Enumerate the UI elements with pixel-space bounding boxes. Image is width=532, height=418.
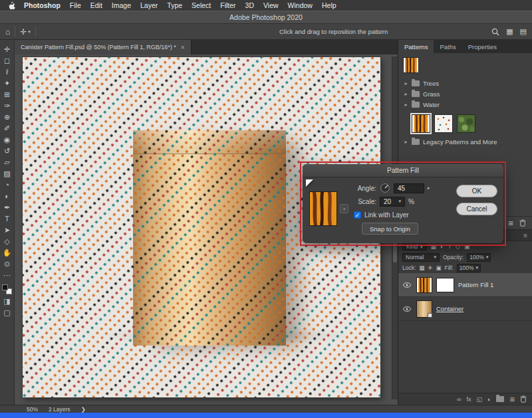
dodge-tool[interactable]: ◐ — [1, 191, 14, 202]
pattern-picker-button[interactable]: › — [340, 204, 348, 213]
quick-mask-button[interactable]: ◨ — [1, 296, 14, 307]
new-group-icon[interactable] — [496, 396, 504, 402]
quick-select-tool[interactable]: ✦ — [1, 78, 14, 89]
lasso-tool[interactable]: ℓ — [1, 66, 14, 78]
pen-tool[interactable]: ✒ — [1, 202, 14, 213]
menu-photoshop[interactable]: Photoshop — [19, 0, 65, 11]
menu-layer[interactable]: Layer — [136, 0, 162, 11]
menu-filter[interactable]: Filter — [215, 0, 240, 11]
menu-image[interactable]: Image — [107, 0, 136, 11]
filter-type-icon[interactable]: T — [448, 243, 452, 250]
pattern-group-trees[interactable]: ▸ Trees — [398, 78, 532, 88]
move-tool-preset[interactable]: ✛ ▾ — [20, 27, 31, 37]
tab-properties[interactable]: Properties — [462, 40, 503, 53]
layer-mask-thumbnail[interactable] — [436, 278, 454, 292]
path-select-tool[interactable]: ➤ — [1, 225, 14, 236]
move-tool[interactable]: ✛ — [1, 44, 14, 55]
snap-to-origin-button[interactable]: Snap to Origin — [362, 223, 418, 235]
menu-view[interactable]: View — [259, 0, 283, 11]
blend-mode-select[interactable]: Normal ▾ — [402, 253, 440, 262]
chevron-right-icon[interactable]: ▸ — [404, 102, 408, 108]
eraser-tool[interactable]: ▱ — [1, 157, 14, 168]
lock-all-icon[interactable]: ▣ — [436, 264, 441, 271]
edit-toolbar-icon[interactable]: ⋯ — [1, 270, 14, 281]
menu-type[interactable]: Type — [162, 0, 187, 11]
blur-tool[interactable]: ◔ — [1, 179, 14, 191]
layer-style-fx-icon[interactable]: fx — [466, 396, 471, 403]
new-layer-icon[interactable]: ⊞ — [509, 396, 515, 403]
filter-smart-object-icon[interactable]: ▣ — [464, 243, 470, 250]
hand-tool[interactable]: ✋ — [1, 247, 14, 259]
screen-mode-button[interactable]: ▢ — [1, 307, 14, 318]
adjustment-layer-icon[interactable]: ◐ — [487, 396, 491, 403]
tab-close-icon[interactable]: × — [181, 44, 185, 51]
type-tool[interactable]: T — [1, 213, 14, 225]
pattern-fill-layer-thumbnail[interactable] — [416, 277, 432, 293]
menu-3d[interactable]: 3D — [241, 0, 259, 11]
angle-dial[interactable] — [380, 183, 390, 193]
dialog-pattern-thumbnail[interactable] — [309, 191, 337, 226]
menu-select[interactable]: Select — [187, 0, 215, 11]
angle-input[interactable]: 45 — [394, 183, 424, 193]
link-layers-icon[interactable]: ∞ — [457, 396, 461, 403]
menu-help[interactable]: Help — [317, 0, 341, 11]
trash-icon[interactable] — [520, 395, 527, 403]
tab-patterns[interactable]: Patterns — [398, 40, 434, 53]
filter-shape-icon[interactable]: ◇ — [456, 243, 460, 250]
clone-stamp-tool[interactable]: ◉ — [1, 134, 14, 146]
trash-icon[interactable] — [519, 219, 526, 227]
document-tab[interactable]: Canister Pattern Fill.psd @ 50% (Pattern… — [15, 40, 192, 54]
foreground-color-swatch[interactable] — [2, 284, 8, 290]
chevron-right-icon[interactable]: ▸ — [404, 91, 408, 97]
pattern-swatch-stripes[interactable] — [412, 114, 430, 133]
tab-paths[interactable]: Paths — [434, 40, 462, 53]
current-pattern-thumbnail[interactable] — [403, 57, 419, 73]
dialog-title-bar[interactable]: Pattern Fill — [303, 164, 503, 177]
filter-pixel-icon[interactable]: ▦ — [431, 243, 437, 250]
panel-menu-icon[interactable]: ≡ — [523, 232, 527, 239]
zoom-tool[interactable]: ⊙ — [1, 259, 14, 270]
pattern-swatch-dots[interactable] — [434, 114, 453, 133]
visibility-eye-icon[interactable] — [403, 282, 411, 288]
home-icon[interactable]: ⌂ — [5, 27, 10, 37]
search-icon[interactable] — [491, 28, 499, 36]
pattern-group-grass[interactable]: ▸ Grass — [398, 88, 532, 99]
zoom-level[interactable]: 50% — [27, 406, 38, 413]
layer-row-container[interactable]: Container — [398, 297, 532, 321]
link-with-layer-row[interactable]: ✓ Link with Layer — [354, 209, 451, 220]
lock-position-icon[interactable]: ✛ — [428, 264, 432, 271]
history-brush-tool[interactable]: ↺ — [1, 146, 14, 157]
chevron-right-icon[interactable]: ▸ — [404, 139, 408, 145]
healing-brush-tool[interactable]: ⊕ — [1, 112, 14, 123]
ok-button[interactable]: OK — [456, 185, 497, 197]
status-chevron-icon[interactable]: ❯ — [81, 406, 86, 413]
layer-filter-kind[interactable]: Kind ▾ — [402, 243, 427, 251]
menu-edit[interactable]: Edit — [86, 0, 107, 11]
scale-input[interactable]: 20 ▾ — [380, 197, 405, 207]
visibility-eye-icon[interactable] — [403, 306, 411, 312]
cancel-button[interactable]: Cancel — [456, 203, 497, 215]
link-with-layer-checkbox[interactable]: ✓ — [354, 211, 361, 219]
apple-menu[interactable] — [4, 1, 19, 10]
container-layer-thumbnail[interactable] — [416, 300, 432, 318]
shape-tool[interactable]: ◇ — [1, 236, 14, 247]
marquee-tool[interactable]: ◻ — [1, 55, 14, 66]
chevron-right-icon[interactable]: ▸ — [404, 80, 408, 86]
lock-transparency-icon[interactable]: ▦ — [419, 264, 424, 271]
fill-field[interactable]: 100% ▾ — [457, 264, 481, 272]
eyedropper-tool[interactable]: ✑ — [1, 100, 14, 112]
pattern-swatch-leaves[interactable] — [457, 114, 475, 133]
menu-file[interactable]: File — [65, 0, 86, 11]
layer-row-pattern-fill[interactable]: Pattern Fill 1 — [398, 273, 532, 297]
new-pattern-icon[interactable]: ⊞ — [508, 219, 513, 227]
brush-tool[interactable]: ✐ — [1, 123, 14, 134]
opacity-field[interactable]: 100% ▾ — [467, 253, 491, 262]
arrange-icon[interactable]: ▤ — [520, 27, 527, 36]
workspace-icon[interactable]: ▦ — [506, 27, 513, 36]
menu-window[interactable]: Window — [283, 0, 317, 11]
color-swatches[interactable] — [2, 284, 12, 294]
crop-tool[interactable]: ⊞ — [1, 89, 14, 100]
pattern-group-legacy[interactable]: ▸ Legacy Patterns and More — [398, 136, 532, 147]
filter-adjustment-icon[interactable]: ◐ — [440, 243, 444, 250]
gradient-tool[interactable]: ▨ — [1, 168, 14, 179]
